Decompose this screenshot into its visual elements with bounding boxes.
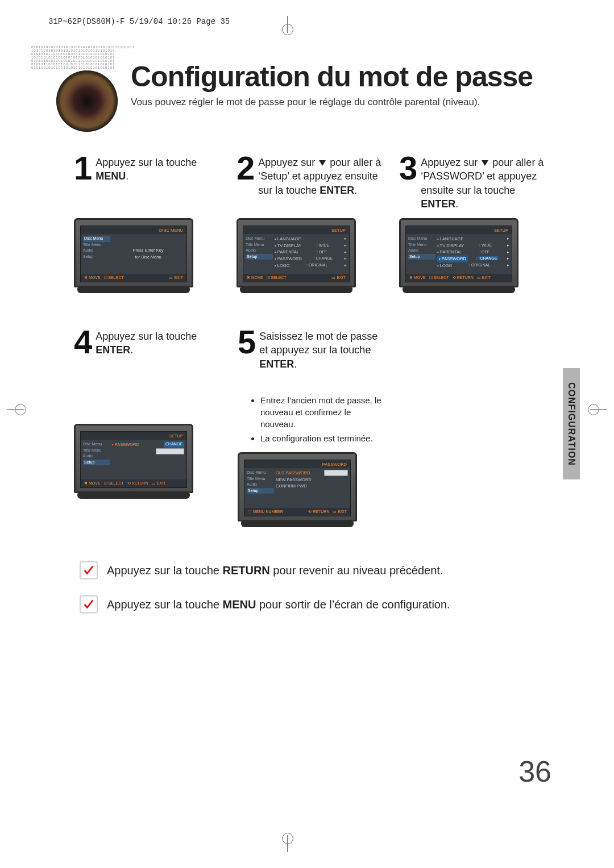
- crop-mark-left: [7, 409, 24, 410]
- note-return: Appuyez sur la touche RETURN pour reveni…: [80, 561, 546, 579]
- tv-screenshot-4: SETUP Disc Menu Title Menu Audio Setup P…: [74, 424, 193, 499]
- step-number: 1: [74, 153, 92, 183]
- content-area: 1 Appuyez sur la touche MENU. DISC MENU …: [74, 153, 546, 614]
- step-text: Appuyez sur pour aller à ‘PASSWORD’ et a…: [421, 153, 546, 211]
- page-title: Configuration du mot de passe: [131, 60, 580, 93]
- manual-page: 31P~62P(DS80M)-F 5/19/04 10:26 Page 35 0…: [0, 0, 614, 868]
- step-number: 4: [74, 327, 92, 357]
- steps-row-2: 4 Appuyez sur la touche ENTER. SETUP Dis…: [74, 327, 546, 527]
- tv-screenshot-5: PASSWORD Disc Menu Title Menu Audio Setu…: [238, 452, 357, 527]
- step-text: Appuyez sur la touche ENTER.: [96, 327, 222, 357]
- speaker-cone-icon: [56, 70, 118, 132]
- step-number: 5: [238, 327, 256, 357]
- note-menu: Appuyez sur la touche MENU pour sortir d…: [80, 595, 546, 614]
- step-number: 3: [399, 153, 417, 183]
- step-text: Saisissez le mot de passe et appuyez sur…: [259, 327, 385, 371]
- tv-screenshot-1: DISC MENU Disc Menu Title Menu Audio Set…: [74, 218, 193, 293]
- step-2: 2 Appuyez sur pour aller à ‘Setup’ et ap…: [237, 153, 383, 293]
- section-tab-label: CONFIGURATION: [566, 382, 576, 466]
- crop-mark-right: [590, 409, 607, 410]
- step-5: 5 Saisissez le mot de passe et appuyez s…: [238, 327, 385, 527]
- step-1: 1 Appuyez sur la touche MENU. DISC MENU …: [74, 153, 221, 293]
- crop-mark-bottom: [287, 835, 288, 852]
- step-4: 4 Appuyez sur la touche ENTER. SETUP Dis…: [74, 327, 222, 527]
- tv-screenshot-3: SETUP Disc Menu Title Menu Audio Setup L…: [399, 218, 518, 293]
- step-text: Appuyez sur pour aller à ‘Setup’ et appu…: [258, 153, 383, 197]
- step-text: Appuyez sur la touche MENU.: [96, 153, 221, 183]
- step-3: 3 Appuyez sur pour aller à ‘PASSWORD’ et…: [399, 153, 546, 293]
- check-icon: [80, 561, 98, 579]
- footer-notes: Appuyez sur la touche RETURN pour reveni…: [80, 561, 546, 614]
- page-number: 36: [518, 754, 551, 788]
- step-5-bullets: Entrez l’ancien mot de passe, le nouveau…: [238, 394, 385, 444]
- step-number: 2: [237, 153, 255, 183]
- check-icon: [80, 595, 98, 614]
- speaker-graphic: 0101010101010101010010101010101010101010…: [31, 45, 142, 156]
- crop-mark-top: [287, 16, 288, 33]
- steps-row-1: 1 Appuyez sur la touche MENU. DISC MENU …: [74, 153, 546, 293]
- print-header: 31P~62P(DS80M)-F 5/19/04 10:26 Page 35: [48, 17, 580, 26]
- intro-text: Vous pouvez régler le mot de passe pour …: [131, 97, 580, 108]
- down-arrow-icon: [482, 160, 488, 166]
- section-tab: CONFIGURATION: [563, 368, 580, 479]
- down-arrow-icon: [319, 160, 326, 166]
- tv-screenshot-2: SETUP Disc Menu Title Menu Audio Setup L…: [237, 218, 356, 293]
